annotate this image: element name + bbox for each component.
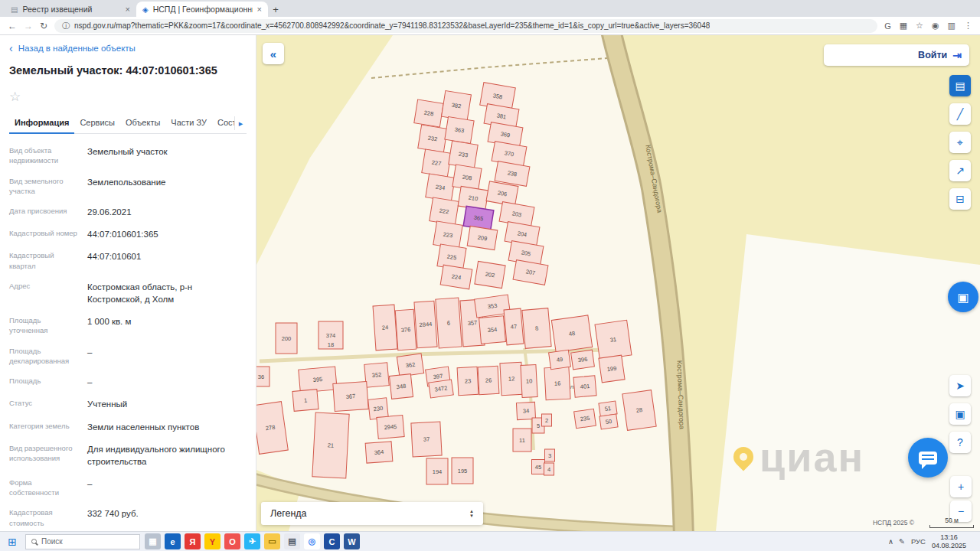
parcel-2844[interactable]: 2844 [414,301,437,348]
zoom-in-button[interactable]: + [950,476,972,497]
back-to-results-link[interactable]: ‹ Назад в найденные объекты [9,42,247,54]
map-canvas[interactable]: Холм228232227234222223225224382363233208… [256,35,980,531]
parcel-228[interactable]: 228 [414,99,443,127]
parcel-2945[interactable]: 2945 [377,416,404,439]
share-button[interactable]: ↗ [949,160,971,181]
parcel-202[interactable]: 202 [475,261,505,288]
parcel-2[interactable]: 2 [542,414,552,426]
parcel-199[interactable]: 199 [599,355,625,383]
taskbar-icon-docs[interactable]: ▤ [284,533,300,549]
favorite-star-icon[interactable]: ☆ [9,89,247,105]
location-button[interactable]: ➤ [949,375,971,396]
start-button[interactable]: ⊞ [4,536,21,548]
tab-сервисы[interactable]: Сервисы [74,114,120,133]
parcel-48[interactable]: 48 [551,315,592,352]
tab-части зу[interactable]: Части ЗУ [165,114,212,133]
browser-tab[interactable]: ▤Реестр извещений× [5,2,136,17]
profile-icon[interactable]: ◉ [932,21,939,31]
panorama-button[interactable]: ▣ [949,403,971,425]
parcel-47[interactable]: 47 [504,308,524,345]
parcel-233[interactable]: 233 [449,141,478,168]
taskbar-icon-explorer[interactable]: ▭ [264,533,280,549]
forward-icon[interactable]: → [24,21,33,31]
chat-button[interactable] [908,438,948,478]
tab-close-icon[interactable]: × [257,5,262,14]
reload-icon[interactable]: ↻ [40,21,47,31]
taskbar-clock[interactable]: 13:16 04.08.2025 [932,533,966,550]
parcel-348[interactable]: 348 [390,374,413,399]
parcel-45[interactable]: 45 [532,460,545,474]
parcel-401[interactable]: 401 [573,376,596,397]
tray-expand-icon[interactable]: ∧ [888,537,893,546]
parcel-200[interactable]: 200 [276,323,297,354]
parcel-34[interactable]: 34 [516,402,535,419]
taskbar-icon-yandex[interactable]: Я [185,533,201,549]
parcel-12[interactable]: 12 [500,362,523,395]
parcel-209[interactable]: 209 [467,226,498,249]
parcel-227[interactable]: 227 [422,149,451,177]
extensions-icon[interactable]: ▦ [900,21,907,31]
taskbar-search[interactable]: Поиск [25,534,140,549]
parcel-362[interactable]: 362 [397,354,423,377]
taskbar-icon-opera[interactable]: O [224,533,240,549]
url-bar[interactable]: ⓘ nspd.gov.ru/map?thematic=PKK&zoom=17&c… [54,19,877,33]
panorama-circle-button[interactable]: ▣ [948,282,978,312]
parcel-16[interactable]: 16 [544,367,570,400]
parcel-23[interactable]: 23 [457,367,479,395]
parcel-24[interactable]: 24 [373,305,397,350]
map-viewport[interactable]: Холм228232227234222223225224382363233208… [256,35,980,531]
back-icon[interactable]: ← [8,21,17,31]
parcel-31[interactable]: 31 [595,320,632,359]
parcel-354[interactable]: 354 [479,316,506,344]
legend-bar[interactable]: Легенда ▲▼ [261,502,483,525]
language-indicator[interactable]: РУС [911,537,926,546]
parcel-363[interactable]: 363 [445,117,474,144]
parcel-223[interactable]: 223 [433,221,462,249]
parcel-382[interactable]: 382 [442,91,472,121]
bookmarks-icon[interactable]: ☆ [916,21,923,31]
parcel-396[interactable]: 396 [571,350,595,370]
parcel-230[interactable]: 230 [368,398,389,419]
help-button[interactable]: ? [949,432,971,453]
tab-информация[interactable]: Информация [9,114,74,134]
object-search-button[interactable]: ⌖ [949,132,971,153]
parcel-8[interactable]: 8 [522,308,551,349]
parcel-1[interactable]: 1 [292,390,318,412]
site-info-icon[interactable]: ⓘ [62,21,70,31]
parcel-210[interactable]: 210 [458,186,488,210]
parcel-6[interactable]: 6 [436,298,462,348]
taskbar-icon-edge[interactable]: e [165,533,181,549]
sidebar-icon[interactable]: ▥ [948,21,956,31]
tab-объекты[interactable]: Объекты [120,114,165,133]
translate-icon[interactable]: G [884,21,891,31]
layers-button[interactable]: ▤ [949,75,971,96]
tabs-scroll-right-button[interactable]: ▸ [234,116,247,130]
parcel-208[interactable]: 208 [452,165,482,191]
taskbar-icon-photos[interactable]: ▦ [145,533,161,549]
browser-tab[interactable]: ◈НСПД | Геоинформационный п× [136,2,268,17]
parcel-235[interactable]: 235 [574,409,596,428]
parcel-28[interactable]: 28 [622,390,656,431]
parcel-234[interactable]: 234 [426,174,455,201]
print-button[interactable]: ⊟ [949,188,971,210]
parcel-364[interactable]: 364 [365,442,393,463]
menu-icon[interactable]: ⋮ [964,21,972,31]
parcel-10[interactable]: 10 [521,365,537,398]
collapse-panel-button[interactable]: « [263,43,284,64]
parcel-367[interactable]: 367 [333,382,368,412]
parcel-222[interactable]: 222 [430,197,459,225]
parcel-26[interactable]: 26 [478,366,499,394]
measure-button[interactable]: ╱ [949,103,971,125]
taskbar-icon-telegram[interactable]: ✈ [244,533,260,549]
parcel-18[interactable]: 18 [328,341,334,348]
parcel-49[interactable]: 49 [549,350,571,369]
login-bar[interactable]: Войти ⇥ [824,44,969,66]
parcel-11[interactable]: 11 [513,429,531,452]
parcel-224[interactable]: 224 [440,265,472,289]
parcel-3[interactable]: 3 [545,449,555,461]
parcel-352[interactable]: 352 [364,363,390,388]
parcel-376[interactable]: 376 [395,309,416,350]
parcel-36[interactable]: 36 [256,367,270,386]
parcel-50[interactable]: 50 [599,414,618,429]
parcel-365[interactable]: 365 [463,206,494,230]
